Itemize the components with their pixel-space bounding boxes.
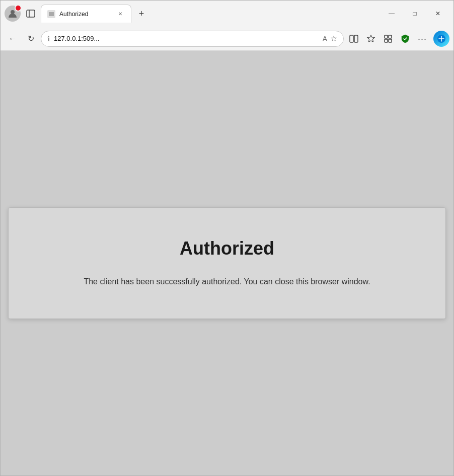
page-content: Authorized The client has been successfu… xyxy=(1,51,453,475)
url-text: 127.0.0.1:509... xyxy=(54,35,319,42)
svg-rect-7 xyxy=(389,35,392,38)
copilot-button[interactable] xyxy=(433,31,449,47)
close-button[interactable]: ✕ xyxy=(426,6,449,22)
collections-button[interactable] xyxy=(380,31,396,47)
tab-title: Authorized xyxy=(59,11,112,18)
window-controls: — □ ✕ xyxy=(380,6,449,22)
favorite-icon[interactable]: ☆ xyxy=(330,34,337,43)
svg-rect-5 xyxy=(354,35,358,42)
address-bar[interactable]: ℹ 127.0.0.1:509... A ☆ xyxy=(41,31,344,47)
browser-window: Authorized ✕ + — □ ✕ ← ↻ ℹ 127.0.0.1:509… xyxy=(0,0,454,476)
title-bar: Authorized ✕ + — □ ✕ xyxy=(1,1,453,27)
reader-mode-icon[interactable]: A xyxy=(323,35,327,43)
nav-bar: ← ↻ ℹ 127.0.0.1:509... A ☆ xyxy=(1,27,453,51)
profile-button[interactable] xyxy=(5,6,21,22)
maximize-button[interactable]: □ xyxy=(403,6,426,22)
back-icon: ← xyxy=(9,34,17,43)
auth-message: The client has been successfully authori… xyxy=(76,275,378,288)
shield-button[interactable] xyxy=(397,31,413,47)
tab-close-button[interactable]: ✕ xyxy=(116,10,125,19)
back-button[interactable]: ← xyxy=(5,31,21,47)
security-info-icon[interactable]: ℹ xyxy=(47,35,50,43)
svg-rect-6 xyxy=(385,35,388,38)
svg-rect-1 xyxy=(27,10,35,17)
refresh-icon: ↻ xyxy=(28,34,34,43)
active-tab[interactable]: Authorized ✕ xyxy=(41,5,131,23)
auth-card: Authorized The client has been successfu… xyxy=(8,207,446,319)
svg-rect-8 xyxy=(385,39,388,42)
tab-favicon xyxy=(47,10,55,18)
minimize-button[interactable]: — xyxy=(380,6,403,22)
svg-rect-9 xyxy=(389,39,392,42)
sidebar-toggle-button[interactable] xyxy=(23,6,39,22)
svg-point-0 xyxy=(11,10,15,14)
more-options-button[interactable]: ··· xyxy=(414,31,430,47)
auth-heading: Authorized xyxy=(29,238,425,259)
refresh-button[interactable]: ↻ xyxy=(23,31,39,47)
toolbar-icons: ··· xyxy=(346,31,449,47)
tab-bar: Authorized ✕ + xyxy=(41,5,374,23)
address-bar-icons: A ☆ xyxy=(323,34,337,43)
favorites-button[interactable] xyxy=(363,31,379,47)
svg-rect-4 xyxy=(350,35,353,42)
new-tab-button[interactable]: + xyxy=(133,6,149,22)
split-screen-button[interactable] xyxy=(346,31,362,47)
